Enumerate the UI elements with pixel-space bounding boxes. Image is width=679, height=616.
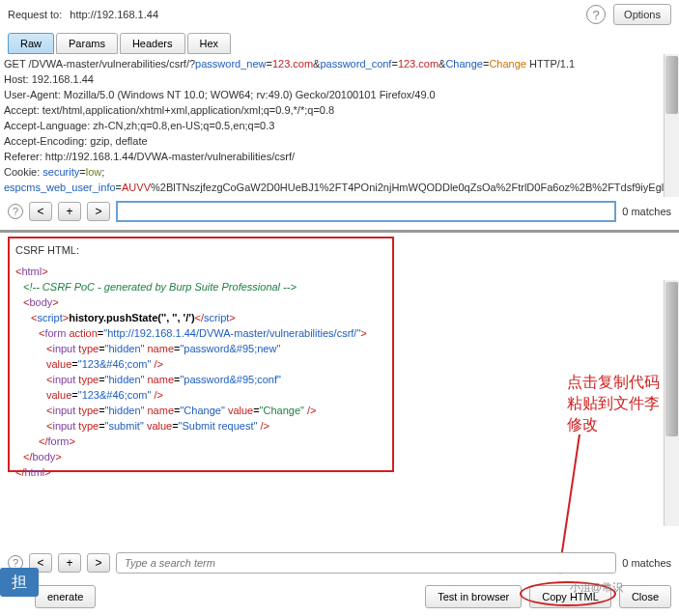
search-input[interactable]	[116, 201, 616, 222]
options-button[interactable]: Options	[613, 4, 671, 25]
search-row-top: ? < + > 0 matches	[0, 197, 679, 226]
match-count: 0 matches	[622, 206, 671, 217]
tab-headers[interactable]: Headers	[120, 33, 185, 54]
comment: <!-- CSRF PoC - generated by Burp Suite …	[15, 279, 386, 294]
http-version: HTTP/1.1	[526, 58, 575, 70]
referer-header: Referer: http://192.168.1.44/DVWA-master…	[4, 149, 675, 164]
csrf-label: CSRF HTML:	[15, 244, 386, 256]
tab-raw[interactable]: Raw	[8, 33, 54, 54]
request-label: Request to:	[8, 9, 62, 20]
next-button[interactable]: >	[87, 202, 110, 221]
param-name: password_new	[195, 58, 266, 70]
cookie-name: espcms_web_user_info	[4, 182, 116, 193]
add-button[interactable]: +	[58, 553, 81, 573]
header: Request to: http://192.168.1.44 ? Option…	[0, 0, 679, 29]
param-name: Change	[445, 58, 483, 70]
help-icon[interactable]: ?	[8, 204, 23, 219]
bottom-buttons: 担 enerate Test in browser Copy HTML Clos…	[0, 577, 679, 616]
accept-header: Accept: text/html,application/xhtml+xml,…	[4, 102, 675, 118]
cookie-label: Cookie:	[4, 166, 42, 178]
accept-enc-header: Accept-Encoding: gzip, deflate	[4, 133, 675, 149]
scrollbar[interactable]	[664, 280, 679, 526]
divider[interactable]	[0, 230, 679, 233]
tabs-row: Raw Params Headers Hex	[0, 33, 679, 54]
add-button[interactable]: +	[58, 202, 81, 221]
param-val: 123.com	[398, 58, 439, 70]
test-browser-button[interactable]: Test in browser	[425, 585, 522, 608]
annotation-text: 点击复制代码 粘贴到文件李 修改	[567, 372, 660, 435]
prev-button[interactable]: <	[29, 202, 52, 221]
param-name: password_conf	[320, 58, 391, 70]
method: GET	[4, 58, 28, 70]
match-count: 0 matches	[622, 557, 671, 569]
copy-html-button[interactable]: Copy HTML	[529, 585, 611, 608]
close-button[interactable]: Close	[619, 585, 671, 608]
csrf-html-box: CSRF HTML: <html> <!-- CSRF PoC - genera…	[8, 237, 394, 472]
param-val: Change	[489, 58, 526, 70]
csrf-code[interactable]: <html> <!-- CSRF PoC - generated by Burp…	[15, 264, 386, 480]
scrollbar[interactable]	[664, 54, 679, 197]
raw-request-view[interactable]: GET /DVWA-master/vulnerabilities/csrf/?p…	[0, 54, 679, 197]
path: /DVWA-master/vulnerabilities/csrf/?	[28, 58, 195, 70]
regenerate-button[interactable]: enerate	[35, 585, 96, 608]
next-button[interactable]: >	[87, 553, 110, 573]
help-icon[interactable]: ?	[586, 5, 606, 24]
watermark-badge: 担	[0, 568, 39, 597]
param-val: 123.com	[272, 58, 313, 70]
request-url: http://192.168.1.44	[70, 9, 158, 20]
host-header: Host: 192.168.1.44	[4, 71, 675, 87]
search-input[interactable]	[116, 552, 616, 574]
tab-params[interactable]: Params	[56, 33, 118, 54]
ua-header: User-Agent: Mozilla/5.0 (Windows NT 10.0…	[4, 87, 675, 102]
tab-hex[interactable]: Hex	[187, 33, 232, 54]
svg-line-0	[560, 434, 580, 565]
accept-lang-header: Accept-Language: zh-CN,zh;q=0.8,en-US;q=…	[4, 118, 675, 133]
search-row-bottom: ? < + > 0 matches	[0, 548, 679, 577]
